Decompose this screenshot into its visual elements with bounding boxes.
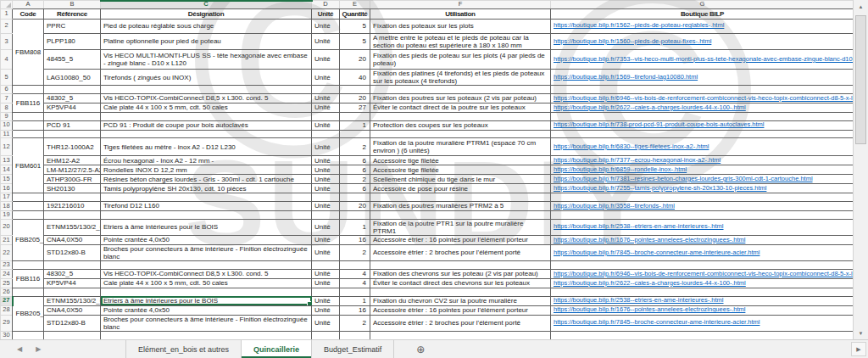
row-number[interactable]: 11: [1, 130, 13, 138]
cell-reference[interactable]: STD12x80-B: [44, 315, 101, 331]
scrollbar-thumb[interactable]: [855, 15, 866, 144]
cell-designation[interactable]: Résines béton charges lourdes - Gris - 3…: [101, 175, 312, 184]
cell-designation[interactable]: Etriers à âme intérieures pour le BOIS: [101, 296, 312, 305]
cell-quantity[interactable]: 20: [340, 201, 370, 210]
cell-link-container[interactable]: https://boutique.bilp.fr/1676--pointes-a…: [551, 235, 854, 244]
cell-link-container[interactable]: [551, 193, 854, 202]
cell-designation[interactable]: Tirefonds ( zingués ou INOX): [101, 70, 312, 86]
cell-quantity[interactable]: 27: [340, 103, 370, 113]
cell-utilisation[interactable]: Éviter le contact direct des chevrons su…: [370, 278, 551, 288]
cell-link-container[interactable]: https://boutique.bilp.fr/7845--broche-co…: [551, 244, 854, 260]
row-number[interactable]: 15: [1, 175, 13, 184]
cell-reference[interactable]: [44, 130, 101, 138]
row-number[interactable]: 12: [1, 138, 13, 156]
add-sheet-button[interactable]: ⊕: [416, 340, 425, 358]
row-number[interactable]: 13: [1, 156, 13, 165]
cell-quantity[interactable]: 20: [340, 50, 370, 70]
cell-utilisation[interactable]: A mettre entre le poteau et le pieds de …: [370, 33, 551, 49]
cell-unit[interactable]: [312, 288, 340, 296]
cell-unit[interactable]: Unité: [312, 19, 340, 33]
row-number[interactable]: 6: [1, 86, 13, 94]
cell-link-container[interactable]: https://boutique.bilp.fr/7381--resines-b…: [551, 175, 854, 184]
row-number[interactable]: 16: [1, 184, 13, 193]
cell-utilisation[interactable]: Fixation des poutres sur les poteaux (2 …: [370, 94, 551, 103]
cell-reference[interactable]: THR12-1000A2: [44, 138, 101, 156]
cell-unit[interactable]: Unité: [312, 305, 340, 315]
cell-unit[interactable]: Unité: [312, 120, 340, 130]
cell-link-container[interactable]: https://boutique.bilp.fr/1676--pointes-a…: [551, 305, 854, 315]
row-number[interactable]: 19: [1, 210, 13, 219]
column-letter-b[interactable]: B: [44, 1, 101, 9]
cell-quantity[interactable]: [340, 86, 370, 94]
cell-link-container[interactable]: https://boutique.bilp.fr/2622--cales-a-c…: [551, 278, 854, 288]
cell-quantity[interactable]: [340, 113, 370, 121]
row-number[interactable]: 14: [1, 165, 13, 175]
row-number[interactable]: 23: [1, 261, 13, 270]
cell-utilisation[interactable]: Protection des coupes sur les poteaux: [370, 120, 551, 130]
tab-quincaillerie[interactable]: Quincaillerie: [242, 340, 312, 358]
cell-designation[interactable]: Pointe crantée 4,0x50: [101, 235, 312, 244]
row-number[interactable]: 24: [1, 269, 13, 278]
cell-quantity[interactable]: [340, 331, 370, 339]
cell-quantity[interactable]: 2: [340, 244, 370, 260]
cell-reference[interactable]: SH20130: [44, 184, 101, 193]
product-link[interactable]: https://boutique.bilp.fr/3558--tirefonds…: [554, 202, 675, 210]
cell-utilisation[interactable]: [370, 288, 551, 296]
cell-designation[interactable]: [101, 331, 312, 339]
product-link[interactable]: https://boutique.bilp.fr/7381--resines-b…: [554, 175, 813, 182]
cell-designation[interactable]: Cale plate 44 x 100 x 5 mm, cdt. 50 cale…: [101, 278, 312, 288]
cell-reference[interactable]: CNA4,0X50: [44, 305, 101, 315]
cell-quantity[interactable]: [340, 193, 370, 202]
cell-quantity[interactable]: 2: [340, 138, 370, 156]
row-number[interactable]: 29: [1, 315, 13, 331]
cell-reference[interactable]: PPRC: [44, 19, 101, 33]
cell-designation[interactable]: Broches pour connecteurs à âme intérieur…: [101, 244, 312, 260]
product-link[interactable]: https://boutique.bilp.fr/1560--pieds-de-…: [554, 37, 711, 45]
cell-code[interactable]: [13, 331, 44, 339]
cell-unit[interactable]: Unité: [312, 50, 340, 70]
product-link[interactable]: https://boutique.bilp.fr/2538--etriers-e…: [554, 296, 724, 304]
cell-link-container[interactable]: https://boutique.bilp.fr/1562--pieds-de-…: [551, 19, 854, 33]
product-link[interactable]: https://boutique.bilp.fr/7353--vis-heco-…: [554, 55, 854, 63]
cell-utilisation[interactable]: Scellement chimique du tige dans le mur: [370, 175, 551, 184]
cell-reference[interactable]: [44, 331, 101, 339]
cell-designation[interactable]: Pointe crantée 4,0x50: [101, 305, 312, 315]
cell-utilisation[interactable]: [370, 130, 551, 138]
cell-designation[interactable]: [101, 86, 312, 94]
cell-link-container[interactable]: https://boutique.bilp.fr/7845--broche-co…: [551, 315, 854, 331]
cell-designation[interactable]: Pied de poteau réglable sous charge: [101, 19, 312, 33]
cell-quantity[interactable]: 4: [340, 269, 370, 278]
cell-designation[interactable]: Vis HECO-TOPIX-CombiConnect D8,5 x L300.…: [101, 94, 312, 103]
cell-utilisation[interactable]: Éviter le contact direct de la poutre su…: [370, 103, 551, 113]
cell-quantity[interactable]: [340, 130, 370, 138]
cell-reference[interactable]: [44, 261, 101, 270]
cell-link-container[interactable]: https://boutique.bilp.fr/7353--vis-heco-…: [551, 50, 854, 70]
cell-quantity[interactable]: 1: [340, 120, 370, 130]
cell-designation[interactable]: Tiges filetées au mètre - inox A2 - D12 …: [101, 138, 312, 156]
cell-unit[interactable]: Unité: [312, 165, 340, 175]
cell-quantity[interactable]: 6: [340, 165, 370, 175]
cell-unit[interactable]: Unité: [312, 103, 340, 113]
cell-link-container[interactable]: [551, 331, 854, 339]
cell-link-container[interactable]: https://boutique.bilp.fr/3558--tirefonds…: [551, 201, 854, 210]
cell-reference[interactable]: [44, 193, 101, 202]
cell-reference[interactable]: [44, 288, 101, 296]
product-link[interactable]: https://boutique.bilp.fr/6946--vis-bois-…: [554, 94, 854, 102]
cell-utilisation[interactable]: Fixation des poutres muralières PTRM2 à …: [370, 201, 551, 210]
cell-designation[interactable]: Cale plate 44 x 100 x 5 mm, cdt. 50 cale…: [101, 103, 312, 113]
cell-designation[interactable]: [101, 210, 312, 219]
cell-quantity[interactable]: 5: [340, 33, 370, 49]
cell-code[interactable]: [13, 86, 44, 94]
cell-quantity[interactable]: [340, 288, 370, 296]
cell-utilisation[interactable]: Fixation de la poutre PTR1 sur la poutre…: [370, 219, 551, 235]
cell-utilisation[interactable]: Accessoire tige filetée: [370, 156, 551, 165]
cell-unit[interactable]: Unité: [312, 278, 340, 288]
cell-link-container[interactable]: https://boutique.bilp.fr/738-prod-pcd-91…: [551, 120, 854, 130]
cell-designation[interactable]: Tirefond D12 L160: [101, 201, 312, 210]
row-number[interactable]: 2: [1, 19, 13, 33]
cell-reference[interactable]: STD12x80-B: [44, 244, 101, 260]
cell-link-container[interactable]: [551, 86, 854, 94]
cell-unit[interactable]: Unité: [312, 315, 340, 331]
cell-designation[interactable]: [101, 261, 312, 270]
cell-link-container[interactable]: [551, 288, 854, 296]
